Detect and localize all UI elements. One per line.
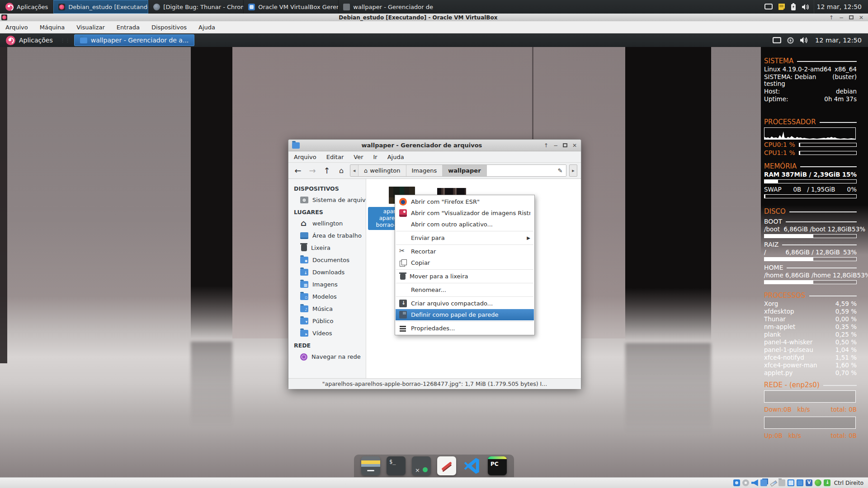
trash-icon <box>400 274 406 280</box>
sidebar-item-desktop[interactable]: Área de trabalho <box>288 230 366 242</box>
volume-icon[interactable] <box>800 37 808 44</box>
minimize-button[interactable]: − <box>839 15 844 20</box>
vbox-window-icon <box>1 14 7 20</box>
menu-item-set-as-wallpaper[interactable]: Definir como papel de parede <box>396 309 534 320</box>
volume-icon[interactable] <box>802 4 809 10</box>
folder-music-icon <box>300 305 308 312</box>
display-icon[interactable] <box>764 4 773 10</box>
guest-clock[interactable]: 12 mar, 12:50 <box>812 33 868 47</box>
sidebar-item-music[interactable]: Música <box>288 303 366 315</box>
vbox-menu-entrada[interactable]: Entrada <box>117 24 140 31</box>
path-scroll-left-button[interactable]: ◂ <box>350 165 359 176</box>
optical-disc-icon[interactable] <box>742 479 749 486</box>
windows-icon[interactable] <box>760 479 767 486</box>
dock-terminal-sessions-icon[interactable] <box>412 456 431 475</box>
download-arrow-icon[interactable] <box>824 479 830 486</box>
menu-item-rename[interactable]: Renomear... <box>396 284 534 296</box>
menu-item-open-with-other[interactable]: Abrir com outro aplicativo... <box>396 219 534 230</box>
sidebar-item-documents[interactable]: Documentos <box>288 254 366 266</box>
shared-folder-icon[interactable] <box>778 479 785 486</box>
path-button-imagens[interactable]: Imagens <box>406 165 443 176</box>
maximize-button[interactable] <box>849 15 854 19</box>
sidebar-item-templates[interactable]: Modelos <box>288 291 366 303</box>
dock-text-editor-icon[interactable] <box>437 456 456 475</box>
menu-item-properties[interactable]: Propriedades... <box>396 323 534 334</box>
forward-button[interactable]: → <box>307 166 318 175</box>
shade-button[interactable]: ↑ <box>544 142 548 149</box>
network-globe-icon[interactable] <box>815 479 821 486</box>
path-button-wellington[interactable]: ⌂ wellington <box>359 165 406 176</box>
fm-menu-ajuda[interactable]: Ajuda <box>387 154 404 160</box>
dock-vscode-icon[interactable] <box>462 456 481 475</box>
guest-applications-menu[interactable]: Aplicações <box>0 33 59 47</box>
menu-item-copy[interactable]: Copiar <box>396 257 534 268</box>
vbox-menu-maquina[interactable]: Máquina <box>40 24 65 31</box>
path-button-wallpaper[interactable]: wallpaper <box>443 165 486 176</box>
sidebar-item-home[interactable]: wellington <box>288 217 366 230</box>
display-badge-icon[interactable] <box>797 479 803 486</box>
close-button[interactable]: ✕ <box>572 142 577 149</box>
fm-titlebar[interactable]: wallpaper - Gerenciador de arquivos ↑ − … <box>288 140 581 151</box>
host-applications-menu[interactable]: Aplicações <box>0 0 53 14</box>
fm-statusbar: "aparelhos-aparelhos-apple-borrao-126847… <box>288 378 581 389</box>
up-button[interactable]: ↑ <box>321 166 333 175</box>
maximize-button[interactable] <box>563 143 567 147</box>
sidebar-item-browse-network[interactable]: Navegar na rede <box>288 351 366 363</box>
menu-item-cut[interactable]: Recortar <box>396 246 534 257</box>
dock-terminal-icon[interactable] <box>387 456 406 475</box>
folder-documents-icon <box>300 257 308 263</box>
menu-item-open-firefox[interactable]: Abrir com "Firefox ESR" <box>396 196 534 207</box>
edit-path-icon[interactable]: ✎ <box>554 165 566 176</box>
vbox-menu-dispositivos[interactable]: Dispositivos <box>151 24 187 31</box>
notes-icon[interactable] <box>778 3 785 10</box>
pencil-icon[interactable] <box>769 479 776 486</box>
display-icon[interactable] <box>773 37 781 44</box>
host-task-chromium[interactable]: [Digite Bug: Thunar - Chromi... <box>148 0 243 14</box>
close-button[interactable]: ✕ <box>859 15 863 20</box>
fm-menu-ir[interactable]: Ir <box>373 154 377 160</box>
minimize-button[interactable]: − <box>553 142 558 149</box>
disk-home-bar <box>764 280 857 284</box>
vbox-menu-arquivo[interactable]: Arquivo <box>5 24 28 31</box>
host-task-vbox-vm[interactable]: Debian_estudo [Executando] ... <box>53 0 148 14</box>
host-task-vbox-manager[interactable]: Oracle VM VirtualBox Gerenc... <box>243 0 338 14</box>
power-manager-icon[interactable] <box>787 37 794 44</box>
screen: Aplicações Debian_estudo [Executando] ..… <box>0 0 868 488</box>
copy-icon <box>399 259 407 267</box>
audio-icon[interactable] <box>751 479 758 486</box>
sidebar-item-videos[interactable]: Vídeos <box>288 327 366 339</box>
battery-icon[interactable] <box>791 3 796 10</box>
host-clock[interactable]: 12 mar, 12:50 <box>814 0 868 14</box>
back-button[interactable]: ← <box>292 166 304 175</box>
guest-task-file-manager[interactable]: wallpaper - Gerenciador de a... <box>74 34 195 46</box>
fm-menu-editar[interactable]: Editar <box>326 154 344 160</box>
wallpaper-icon <box>399 311 407 319</box>
vbox-menu-visualizar[interactable]: Visualizar <box>76 24 105 31</box>
net-down-graph <box>764 390 856 403</box>
shade-button[interactable]: ↑ <box>829 15 834 20</box>
sidebar-item-downloads[interactable]: Downloads <box>288 266 366 278</box>
harddisk-icon[interactable] <box>733 479 740 486</box>
fm-menu-ver[interactable]: Ver <box>354 154 363 160</box>
menu-item-open-ristretto[interactable]: Abrir com "Visualizador de imagens Ristr… <box>396 207 534 219</box>
fm-menu-arquivo[interactable]: Arquivo <box>294 154 316 160</box>
display-icon[interactable] <box>788 479 794 486</box>
menu-item-move-to-trash[interactable]: Mover para a lixeira <box>396 271 534 282</box>
vbox-menu-ajuda[interactable]: Ajuda <box>198 24 215 31</box>
home-button[interactable]: ⌂ <box>335 166 347 175</box>
host-task-label: Debian_estudo [Executando] ... <box>68 4 148 10</box>
conky-section-rede: REDE - (enp2s0) <box>764 382 857 389</box>
menu-separator <box>396 244 533 245</box>
sidebar-item-public[interactable]: Público <box>288 315 366 327</box>
menu-item-create-archive[interactable]: Criar arquivo compactado... <box>396 298 534 309</box>
conky-host: Host: <box>764 88 780 95</box>
dock-file-manager-icon[interactable] <box>361 456 380 475</box>
host-task-file-manager[interactable]: wallpaper - Gerenciador de a... <box>338 0 433 14</box>
menu-item-send-to[interactable]: Enviar para ▶ <box>396 232 534 244</box>
sidebar-item-pictures[interactable]: Imagens <box>288 278 366 291</box>
sidebar-item-trash[interactable]: Lixeira <box>288 242 366 254</box>
virtualization-icon[interactable] <box>806 479 812 486</box>
dock-pycharm-icon[interactable] <box>488 456 507 475</box>
sidebar-item-filesystem[interactable]: Sistema de arquivos <box>288 194 366 206</box>
path-scroll-right-button[interactable]: ▸ <box>569 164 577 177</box>
